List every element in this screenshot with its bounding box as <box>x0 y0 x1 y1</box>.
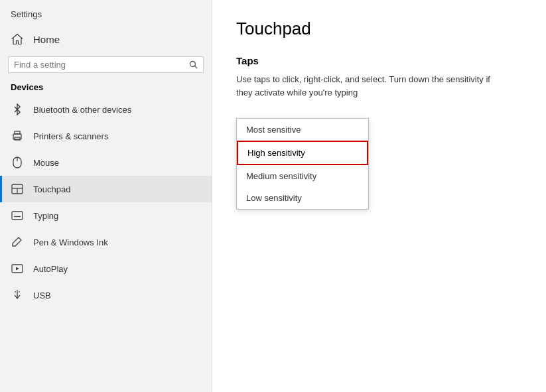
sidebar-item-typing[interactable]: Typing <box>0 202 212 229</box>
svg-point-0 <box>190 62 196 67</box>
usb-icon <box>11 289 24 302</box>
search-input[interactable] <box>14 60 189 70</box>
sidebar-item-touchpad[interactable]: Touchpad <box>0 176 212 202</box>
nav-label-bluetooth: Bluetooth & other devices <box>33 105 131 115</box>
sidebar-item-home[interactable]: Home <box>0 25 212 54</box>
dropdown-option-high-sensitivity[interactable]: High sensitivity <box>237 141 368 165</box>
section-desc: Use taps to click, right-click, and sele… <box>236 73 502 99</box>
nav-label-printers: Printers & scanners <box>33 131 108 141</box>
search-box[interactable] <box>8 56 204 73</box>
svg-rect-4 <box>15 137 20 140</box>
dropdown-option-low-sensitivity[interactable]: Low sensitivity <box>237 187 368 209</box>
nav-label-typing: Typing <box>33 211 58 221</box>
home-icon <box>11 33 24 46</box>
nav-label-mouse: Mouse <box>33 158 59 168</box>
sidebar-item-printers[interactable]: Printers & scanners <box>0 123 212 149</box>
devices-label: Devices <box>0 78 212 96</box>
printer-icon <box>11 129 24 143</box>
dropdown-option-most-sensitive[interactable]: Most sensitive <box>237 119 368 141</box>
nav-label-touchpad: Touchpad <box>33 184 70 194</box>
pen-icon <box>11 235 24 249</box>
svg-rect-10 <box>12 212 23 220</box>
sidebar-item-bluetooth[interactable]: Bluetooth & other devices <box>0 96 212 123</box>
home-label: Home <box>33 34 60 45</box>
svg-line-1 <box>195 66 198 69</box>
nav-label-usb: USB <box>33 291 51 300</box>
sidebar-item-usb[interactable]: USB <box>0 282 212 308</box>
keyboard-icon <box>11 209 24 222</box>
svg-rect-3 <box>15 131 20 134</box>
sidebar-item-autoplay[interactable]: AutoPlay <box>0 255 212 282</box>
app-title: Settings <box>0 0 212 25</box>
dropdown-option-medium-sensitivity[interactable]: Medium sensitivity <box>237 165 368 187</box>
bluetooth-icon <box>11 103 24 116</box>
sidebar-item-pen[interactable]: Pen & Windows Ink <box>0 229 212 255</box>
main-content: Touchpad Taps Use taps to click, right-c… <box>212 0 546 392</box>
nav-label-autoplay: AutoPlay <box>33 264 68 274</box>
sidebar-item-mouse[interactable]: Mouse <box>0 149 212 176</box>
page-title: Touchpad <box>236 19 522 39</box>
dropdown-menu[interactable]: Most sensitive High sensitivity Medium s… <box>236 118 369 210</box>
sidebar: Settings Home Devices Bluetooth & other … <box>0 0 212 392</box>
touchpad-icon <box>11 182 24 196</box>
section-title: Taps <box>236 55 522 66</box>
nav-label-pen: Pen & Windows Ink <box>33 237 108 247</box>
search-icon <box>189 60 198 69</box>
mouse-icon <box>11 156 24 169</box>
autoplay-icon <box>11 262 24 275</box>
